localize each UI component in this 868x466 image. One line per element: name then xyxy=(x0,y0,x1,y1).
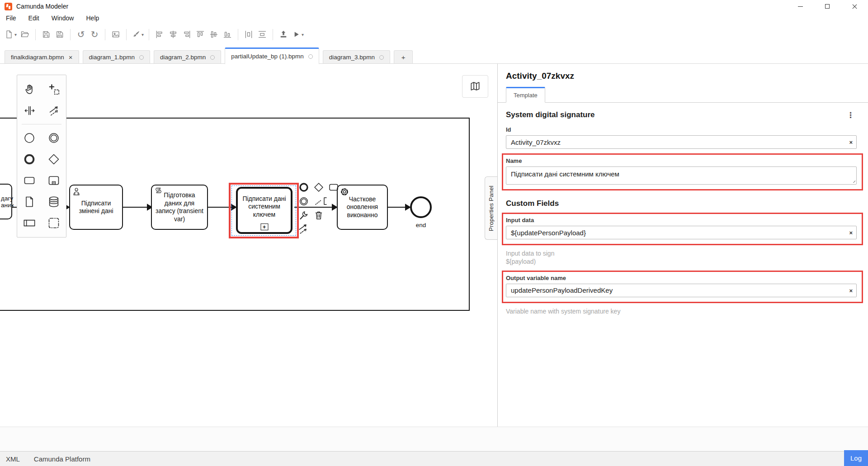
create-task[interactable] xyxy=(17,170,42,191)
name-field-label: Name xyxy=(506,157,857,164)
close-button[interactable] xyxy=(841,0,868,13)
main-area: дагу аних xyxy=(0,64,868,427)
name-textarea[interactable]: Підписати дані системним ключем xyxy=(506,166,857,185)
context-pad xyxy=(298,181,348,238)
append-text-annotation[interactable] xyxy=(313,195,331,207)
brush-icon xyxy=(132,30,141,39)
element-id-title: Activity_07zkvxz xyxy=(506,71,868,81)
open-file-button[interactable] xyxy=(18,27,32,42)
status-xml-toggle[interactable]: XML xyxy=(6,455,20,463)
menu-file[interactable]: File xyxy=(6,14,16,22)
output-variable-hint: Variable name with system signature key xyxy=(506,307,857,315)
window-controls xyxy=(787,0,868,13)
tab-template[interactable]: Template xyxy=(506,87,545,103)
connect-tool[interactable] xyxy=(298,223,310,235)
minimize-button[interactable] xyxy=(787,0,814,13)
section-title: System digital signature xyxy=(506,110,595,119)
tab-close-icon[interactable]: × xyxy=(69,54,73,61)
align-right-button[interactable] xyxy=(180,27,193,42)
align-bottom-button[interactable] xyxy=(221,27,234,42)
undo-button[interactable]: ↺ xyxy=(74,27,88,42)
properties-panel-toggle-tab[interactable]: Properties Panel xyxy=(485,176,497,240)
append-gateway[interactable] xyxy=(313,181,325,193)
create-participant[interactable] xyxy=(17,212,42,233)
new-file-button[interactable]: ▾ xyxy=(3,27,18,42)
clear-icon[interactable]: × xyxy=(849,287,853,293)
change-element-wrench[interactable] xyxy=(298,209,310,221)
clear-icon[interactable]: × xyxy=(849,139,853,145)
create-subprocess[interactable] xyxy=(42,170,66,191)
append-task[interactable] xyxy=(328,181,340,193)
align-top-button[interactable] xyxy=(193,27,207,42)
bpmn-canvas[interactable]: дагу аних xyxy=(0,64,497,427)
menu-window[interactable]: Window xyxy=(52,14,74,22)
kebab-menu-icon[interactable]: ⋮ xyxy=(844,110,857,119)
align-center-vertical-button[interactable] xyxy=(166,27,180,42)
global-connect-tool[interactable] xyxy=(42,100,66,121)
highlight-box: Input data × xyxy=(502,213,863,245)
export-image-button[interactable] xyxy=(109,27,123,42)
tab-diagram-2-bpmn[interactable]: diagram_2.bpmn xyxy=(154,50,221,64)
clipped-task[interactable]: дагу аних xyxy=(0,184,12,219)
call-activity-selected[interactable]: Підписати дані системним ключем + xyxy=(236,187,292,234)
bpmn-palette xyxy=(17,75,66,238)
id-field-label: Id xyxy=(506,126,857,133)
menu-help[interactable]: Help xyxy=(86,14,99,22)
end-event-label: end xyxy=(410,222,432,228)
delete-element[interactable] xyxy=(313,209,325,221)
space-tool[interactable] xyxy=(17,100,42,121)
clear-icon[interactable]: × xyxy=(849,230,853,236)
append-intermediate-event[interactable] xyxy=(298,195,310,207)
task-label: Підписати дані системним ключем xyxy=(241,195,287,219)
align-left-button[interactable] xyxy=(153,27,166,42)
log-button[interactable]: Log xyxy=(844,450,868,466)
create-gateway[interactable] xyxy=(42,148,66,170)
tab-diagram-1-bpmn[interactable]: diagram_1.bpmn xyxy=(83,50,150,64)
map-icon xyxy=(468,81,482,92)
create-intermediate-event[interactable] xyxy=(42,127,66,148)
new-file-caret-icon[interactable]: ▾ xyxy=(14,32,17,37)
tab-finalkdiagram-bpmn[interactable]: finalkdiagram.bpmn × xyxy=(5,50,79,64)
create-data-object[interactable] xyxy=(17,191,42,212)
format-brush-button[interactable]: ▾ xyxy=(130,27,145,42)
user-task[interactable]: Підписати змінені дані xyxy=(69,185,123,230)
deploy-button[interactable] xyxy=(277,27,290,42)
user-task-icon xyxy=(72,187,82,197)
create-start-event[interactable] xyxy=(17,127,42,148)
distribute-vertically-button[interactable] xyxy=(255,27,269,42)
tab-bar: finalkdiagram.bpmn × diagram_1.bpmn diag… xyxy=(0,45,868,64)
align-middle-horizontal-button[interactable] xyxy=(207,27,221,42)
format-brush-caret-icon[interactable]: ▾ xyxy=(142,32,144,37)
hand-tool[interactable] xyxy=(17,79,42,100)
start-process-caret-icon[interactable]: ▾ xyxy=(302,32,304,37)
input-data-label: Input data xyxy=(506,217,857,223)
id-input[interactable] xyxy=(506,135,857,149)
menu-edit[interactable]: Edit xyxy=(28,14,39,22)
save-as-button[interactable] xyxy=(53,27,66,42)
append-end-event[interactable] xyxy=(298,181,310,193)
subprocess-plus-marker[interactable]: + xyxy=(260,223,268,230)
create-data-store[interactable] xyxy=(42,191,66,212)
highlight-box: Name Підписати дані системним ключем xyxy=(502,153,863,190)
lasso-icon xyxy=(48,83,60,95)
end-event[interactable] xyxy=(410,196,432,218)
script-task[interactable]: Підготовка даних для запису (transient v… xyxy=(151,185,208,230)
new-tab-button[interactable]: + xyxy=(394,50,413,64)
input-data-input[interactable] xyxy=(506,226,857,239)
tab-diagram-3-bpmn[interactable]: diagram_3.bpmn xyxy=(323,50,390,64)
create-end-event[interactable] xyxy=(17,148,42,170)
start-process-button[interactable]: ▾ xyxy=(290,27,305,42)
align-bottom-icon xyxy=(223,30,232,39)
save-button[interactable] xyxy=(39,27,53,42)
maximize-button[interactable] xyxy=(814,0,841,13)
create-group[interactable] xyxy=(42,212,66,233)
redo-button[interactable]: ↻ xyxy=(88,27,101,42)
save-as-icon xyxy=(55,30,64,39)
lasso-tool[interactable] xyxy=(42,79,66,100)
status-engine-label[interactable]: Camunda Platform xyxy=(34,455,90,463)
minimap-toggle-button[interactable] xyxy=(462,75,488,98)
distribute-horizontally-button[interactable] xyxy=(242,27,255,42)
tab-partialupdate-bp-1-bpmn[interactable]: partialUpdate_bp (1).bpmn xyxy=(225,48,319,64)
output-variable-input[interactable] xyxy=(506,284,857,297)
new-file-icon xyxy=(5,30,14,39)
